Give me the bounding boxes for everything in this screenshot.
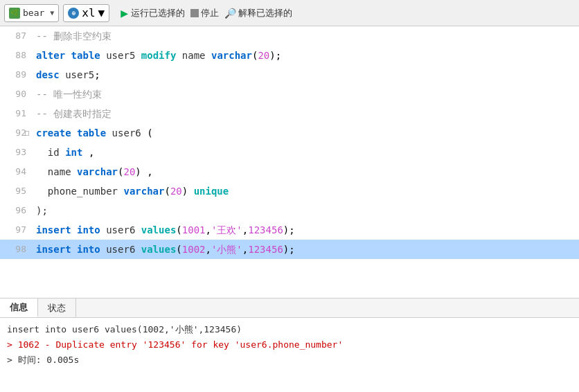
db-icon: 🌿 [9, 8, 20, 19]
run-label: 运行已选择的 [131, 7, 185, 19]
output-line3: > 时间: 0.005s [7, 353, 572, 368]
explain-icon: 🔎 [224, 8, 236, 19]
toolbar: 🌿 bear ▼ ⊕ xl ▼ ▶ 运行已选择的 停止 🔎 解释已选择的 [0, 0, 579, 26]
code-content: -- 删除非空约束 [33, 26, 579, 46]
tab-info-label: 信息 [10, 301, 28, 314]
table-row: 97 insert into user6 values(1001,'王欢',12… [0, 220, 579, 240]
stop-label: 停止 [201, 7, 219, 19]
schema-icon: ⊕ [68, 8, 79, 19]
code-content: create table user6 ( [33, 123, 579, 143]
table-row: 95 phone_number varchar(20) unique [0, 181, 579, 201]
code-content: insert into user6 values(1001,'王欢',12345… [33, 220, 579, 240]
tab-info[interactable]: 信息 [0, 299, 38, 317]
fold-marker: □ [25, 123, 29, 143]
action-buttons: ▶ 运行已选择的 停止 🔎 解释已选择的 [121, 6, 292, 20]
bottom-tabs: 信息 状态 [0, 299, 579, 318]
line-number: 91 [0, 104, 33, 123]
play-icon: ▶ [121, 6, 128, 20]
code-content: -- 唯一性约束 [33, 84, 579, 104]
table-row: 94 name varchar(20) , [0, 162, 579, 181]
table-row: 89 desc user5; [0, 65, 579, 84]
line-number: 96 [0, 201, 33, 220]
code-content: desc user5; [33, 65, 579, 84]
code-content: name varchar(20) , [33, 162, 579, 181]
table-row: 87 -- 删除非空约束 [0, 26, 579, 46]
database-selector[interactable]: 🌿 bear ▼ [4, 4, 59, 22]
code-content: ); [33, 201, 579, 220]
run-button[interactable]: ▶ 运行已选择的 [121, 6, 185, 20]
line-number: 92 □ [0, 123, 33, 143]
code-editor[interactable]: 87 -- 删除非空约束 88 alter table user5 modify… [0, 26, 579, 298]
schema-name: xl [82, 6, 95, 19]
schema-selector[interactable]: ⊕ xl ▼ [63, 4, 109, 22]
code-content: id int , [33, 143, 579, 162]
table-row: 92 □ create table user6 ( [0, 123, 579, 143]
code-lines: 87 -- 删除非空约束 88 alter table user5 modify… [0, 26, 579, 259]
explain-button[interactable]: 🔎 解释已选择的 [224, 7, 292, 19]
chevron-down-icon: ▼ [50, 9, 54, 17]
tab-status[interactable]: 状态 [38, 299, 76, 317]
chevron-down-icon2: ▼ [98, 6, 105, 19]
table-row: 93 id int , [0, 143, 579, 162]
output-text3: > 时间: 0.005s [7, 353, 79, 368]
line-number: 97 [0, 220, 33, 240]
code-content: -- 创建表时指定 [33, 104, 579, 123]
output-text2: > 1062 - Duplicate entry '123456' for ke… [7, 337, 343, 353]
output-line1: insert into user6 values(1002,'小熊',12345… [7, 322, 572, 337]
bottom-panel: 信息 状态 insert into user6 values(1002,'小熊'… [0, 298, 579, 392]
tab-status-label: 状态 [48, 302, 66, 314]
line-number: 87 [0, 26, 33, 46]
db-name: bear [23, 8, 44, 18]
code-content: insert into user6 values(1002,'小熊',12345… [33, 240, 579, 259]
explain-label: 解释已选择的 [238, 7, 292, 19]
line-number: 93 [0, 143, 33, 162]
line-number: 95 [0, 181, 33, 201]
line-number: 88 [0, 46, 33, 65]
line-number: 89 [0, 65, 33, 84]
stop-icon [190, 9, 199, 17]
output-text1: insert into user6 values(1002,'小熊',12345… [7, 322, 242, 337]
code-content: alter table user5 modify name varchar(20… [33, 46, 579, 65]
table-row: 90 -- 唯一性约束 [0, 84, 579, 104]
stop-button[interactable]: 停止 [190, 7, 219, 19]
line-number: 98 [0, 240, 33, 259]
code-content: phone_number varchar(20) unique [33, 181, 579, 201]
output-content: insert into user6 values(1002,'小熊',12345… [0, 318, 579, 372]
table-row: 96 ); [0, 201, 579, 220]
output-line2: > 1062 - Duplicate entry '123456' for ke… [7, 337, 572, 353]
line-number: 90 [0, 84, 33, 104]
line-number: 94 [0, 162, 33, 181]
table-row: 98 insert into user6 values(1002,'小熊',12… [0, 240, 579, 259]
table-row: 88 alter table user5 modify name varchar… [0, 46, 579, 65]
table-row: 91 -- 创建表时指定 [0, 104, 579, 123]
